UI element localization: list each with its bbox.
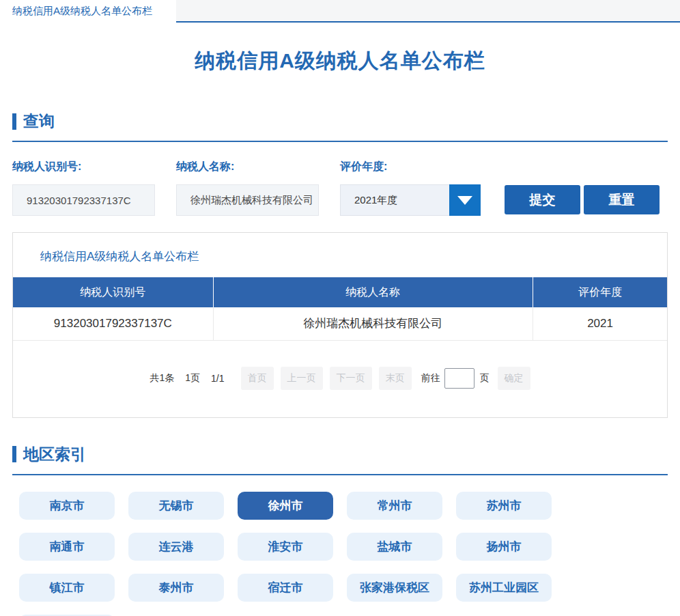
- tab-bar: 纳税信用A级纳税人名单公布栏: [0, 0, 680, 23]
- region-chip-yancheng[interactable]: 盐城市: [347, 533, 442, 561]
- taxpayer-name-input[interactable]: [176, 184, 319, 216]
- query-section-title: 查询: [23, 111, 55, 132]
- taxpayer-id-field-group: 纳税人识别号:: [12, 160, 155, 216]
- region-chip-suzhou-industrial-park[interactable]: 苏州工业园区: [456, 574, 552, 602]
- taxpayer-name-label: 纳税人名称:: [176, 160, 319, 174]
- taxpayer-id-label: 纳税人识别号:: [12, 160, 155, 174]
- reset-button[interactable]: 重置: [584, 185, 660, 214]
- prev-page-button[interactable]: 上一页: [281, 367, 323, 390]
- table-row: 91320301792337137C 徐州瑞杰机械科技有限公司 2021: [13, 307, 667, 340]
- section-accent-bar: [12, 446, 16, 462]
- page-suffix-label: 页: [480, 372, 490, 384]
- section-divider: [12, 141, 668, 142]
- goto-page-input[interactable]: [444, 368, 474, 389]
- results-panel: 纳税信用A级纳税人名单公布栏 纳税人识别号 纳税人名称 评价年度 9132030…: [12, 232, 668, 418]
- tab-bar-filler: [176, 0, 680, 23]
- results-table: 纳税人识别号 纳税人名称 评价年度 91320301792337137C 徐州瑞…: [13, 277, 667, 341]
- region-chip-taizhou[interactable]: 泰州市: [128, 574, 224, 602]
- region-chip-huaian[interactable]: 淮安市: [238, 533, 333, 561]
- region-chip-yangzhou[interactable]: 扬州市: [456, 533, 552, 561]
- taxpayer-name-field-group: 纳税人名称:: [176, 160, 319, 216]
- column-header-year: 评价年度: [533, 277, 667, 307]
- cell-year: 2021: [533, 307, 667, 340]
- page-title: 纳税信用A级纳税人名单公布栏: [0, 47, 680, 75]
- query-section-header: 查询: [12, 111, 668, 132]
- region-section-header: 地区索引: [12, 444, 668, 465]
- form-buttons: 提交 重置: [505, 185, 660, 214]
- region-chip-changzhou[interactable]: 常州市: [347, 492, 442, 520]
- query-form: 纳税人识别号: 纳税人名称: 评价年度: 2021年度 提交 重置: [12, 160, 668, 216]
- region-chip-zhangjiagang-ftz[interactable]: 张家港保税区: [347, 574, 442, 602]
- cell-taxpayer-id: 91320301792337137C: [13, 307, 213, 340]
- region-chip-xuzhou[interactable]: 徐州市: [238, 492, 333, 520]
- column-header-taxpayer-id: 纳税人识别号: [13, 277, 213, 307]
- first-page-button[interactable]: 首页: [241, 367, 274, 390]
- current-page-indicator: 1/1: [211, 373, 224, 384]
- region-chip-suqian[interactable]: 宿迁市: [238, 574, 333, 602]
- last-page-button[interactable]: 末页: [379, 367, 412, 390]
- goto-confirm-button[interactable]: 确定: [498, 367, 530, 390]
- region-chip-nanjing[interactable]: 南京市: [19, 492, 115, 520]
- year-field-group: 评价年度: 2021年度: [340, 160, 481, 216]
- region-section-title: 地区索引: [23, 444, 86, 465]
- year-selected-value: 2021年度: [340, 184, 449, 216]
- region-chip-wuxi[interactable]: 无锡市: [128, 492, 224, 520]
- page-count: 1页: [185, 372, 200, 384]
- column-header-taxpayer-name: 纳税人名称: [213, 277, 533, 307]
- taxpayer-id-input[interactable]: [12, 184, 155, 216]
- chevron-down-icon: [457, 196, 472, 205]
- submit-button[interactable]: 提交: [505, 185, 580, 214]
- region-chip-grid: 南京市 无锡市 徐州市 常州市 苏州市 南通市 连云港 淮安市 盐城市 扬州市 …: [12, 492, 668, 616]
- results-panel-title: 纳税信用A级纳税人名单公布栏: [13, 233, 667, 277]
- total-count: 共1条: [150, 372, 174, 384]
- goto-label: 前往: [421, 372, 440, 384]
- section-accent-bar: [12, 113, 16, 130]
- region-chip-suzhou[interactable]: 苏州市: [456, 492, 552, 520]
- section-divider: [12, 474, 668, 475]
- region-chip-lianyungang[interactable]: 连云港: [128, 533, 224, 561]
- tab-taxpayer-list[interactable]: 纳税信用A级纳税人名单公布栏: [0, 0, 176, 23]
- region-chip-nantong[interactable]: 南通市: [19, 533, 115, 561]
- region-chip-zhenjiang[interactable]: 镇江市: [19, 574, 115, 602]
- year-label: 评价年度:: [340, 160, 481, 174]
- pagination: 共1条 1页 1/1 首页 上一页 下一页 末页 前往 页 确定: [13, 367, 667, 390]
- next-page-button[interactable]: 下一页: [330, 367, 372, 390]
- cell-taxpayer-name: 徐州瑞杰机械科技有限公司: [213, 307, 533, 340]
- table-header-row: 纳税人识别号 纳税人名称 评价年度: [13, 277, 667, 307]
- year-select[interactable]: 2021年度: [340, 184, 481, 216]
- year-dropdown-button[interactable]: [449, 184, 481, 216]
